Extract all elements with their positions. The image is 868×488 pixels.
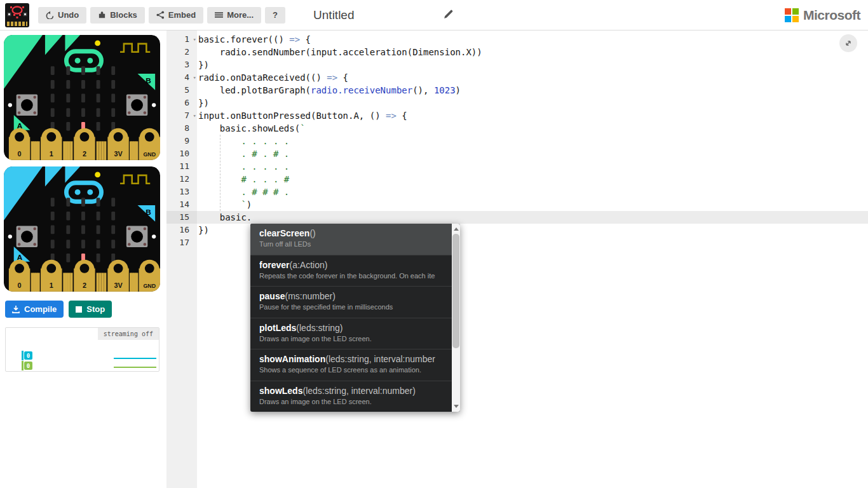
led-0-2	[81, 198, 85, 207]
led-3-3	[97, 108, 100, 117]
stream-series-1: 0	[22, 361, 32, 370]
led-2-2	[81, 226, 85, 234]
streaming-status-badge[interactable]: streaming off	[98, 328, 159, 340]
code-line-13[interactable]: 13 . # # # .	[166, 186, 868, 198]
code-text[interactable]: `)	[197, 198, 252, 211]
autocomplete-item-clearScreen[interactable]: clearScreen()Turn off all LEDs	[250, 224, 452, 255]
pin-1[interactable]: 1	[41, 260, 62, 292]
scroll-down-icon[interactable]	[454, 405, 459, 408]
code-line-6[interactable]: 6})	[166, 97, 868, 109]
undo-icon	[46, 11, 54, 19]
pin-3V[interactable]: 3V	[107, 260, 128, 292]
code-text[interactable]: . . . . .	[197, 135, 289, 147]
code-text[interactable]: led.plotBarGraph(radio.receiveNumber(), …	[197, 84, 461, 97]
line-number: 14	[166, 198, 197, 211]
code-text[interactable]: })	[197, 224, 209, 236]
pin-2[interactable]: 2	[74, 260, 95, 292]
svg-text:2: 2	[83, 150, 86, 158]
pin-3V[interactable]: 3V	[107, 128, 128, 160]
pin-1[interactable]: 1	[41, 128, 62, 160]
code-text[interactable]: radio.sendNumber(input.acceleration(Dime…	[197, 46, 482, 58]
line-number: 10	[166, 147, 197, 160]
code-text[interactable]: input.onButtonPressed(Button.A, () => {	[197, 109, 407, 122]
pin-GND[interactable]: GND	[139, 128, 160, 160]
code-line-1[interactable]: 1▾basic.forever(() => {	[166, 33, 868, 46]
svg-text:B: B	[146, 76, 151, 85]
fold-icon[interactable]: ▾	[193, 33, 196, 46]
led-2-4	[111, 94, 115, 103]
line-number: 15	[166, 211, 197, 224]
led-0-4	[111, 66, 115, 75]
autocomplete-scrollbar[interactable]	[452, 224, 460, 412]
code-line-3[interactable]: 3})	[166, 58, 868, 71]
code-line-11[interactable]: 11 . . . . .	[166, 160, 868, 173]
led-3-2	[81, 240, 85, 248]
led-0-4	[111, 198, 115, 207]
code-text[interactable]	[197, 236, 198, 249]
stream-series-0: 0	[22, 351, 32, 360]
led-2-0	[51, 226, 55, 234]
code-line-7[interactable]: 7▾input.onButtonPressed(Button.A, () => …	[166, 109, 868, 122]
line-number: 4▾	[166, 71, 197, 84]
code-text[interactable]: basic.showLeds(`	[197, 122, 306, 135]
line-number: 7▾	[166, 109, 197, 122]
undo-button[interactable]: Undo	[38, 7, 86, 24]
led-0-2	[81, 66, 85, 75]
more-button[interactable]: More...	[207, 7, 261, 24]
code-text[interactable]: })	[197, 58, 209, 71]
code-text[interactable]: })	[197, 97, 209, 109]
line-number: 12	[166, 173, 197, 186]
line-number: 11	[166, 160, 197, 173]
line-number: 17	[166, 236, 197, 249]
code-line-4[interactable]: 4▾radio.onDataReceived(() => {	[166, 71, 868, 84]
help-button[interactable]: ?	[265, 7, 285, 24]
pin-2[interactable]: 2	[74, 128, 95, 160]
microbit-simulator-1[interactable]: AB0123VGND	[4, 35, 160, 160]
autocomplete-item-forever[interactable]: forever(a:Action)Repeats the code foreve…	[250, 255, 452, 287]
stop-button[interactable]: Stop	[69, 301, 112, 318]
code-line-9[interactable]: 9 . . . . .	[166, 135, 868, 147]
led-2-1	[66, 226, 70, 234]
blocks-button[interactable]: Blocks	[90, 7, 145, 24]
status-led	[95, 40, 100, 46]
pin-0[interactable]: 0	[9, 260, 30, 292]
microbit-logo[interactable]	[5, 3, 29, 27]
download-icon	[12, 306, 20, 313]
fold-icon[interactable]: ▾	[193, 109, 196, 122]
code-text[interactable]: basic.forever(() => {	[197, 33, 311, 46]
fold-icon[interactable]: ▾	[193, 71, 196, 84]
embed-button[interactable]: Embed	[149, 7, 203, 24]
code-line-15[interactable]: 15 basic.	[166, 211, 868, 224]
autocomplete-item-showAnimation[interactable]: showAnimation(leds:string, interval:numb…	[250, 349, 452, 381]
led-2-3	[97, 226, 100, 234]
autocomplete-item-showLeds[interactable]: showLeds(leds:string, interval:number)Dr…	[250, 381, 452, 412]
code-line-12[interactable]: 12 # . . . #	[166, 173, 868, 186]
autocomplete-item-pause[interactable]: pause(ms:number)Pause for the specified …	[250, 286, 452, 318]
code-text[interactable]: basic.	[197, 211, 252, 224]
pin-0[interactable]: 0	[9, 128, 30, 160]
autocomplete-item-plotLeds[interactable]: plotLeds(leds:string)Draws an image on t…	[250, 318, 452, 349]
svg-text:2: 2	[83, 281, 86, 289]
code-text[interactable]: radio.onDataReceived(() => {	[197, 71, 348, 84]
scrollbar-thumb[interactable]	[452, 234, 459, 348]
scroll-up-icon[interactable]	[454, 227, 459, 231]
pin-GND[interactable]: GND	[139, 260, 160, 292]
code-line-14[interactable]: 14 `)	[166, 198, 868, 211]
undo-label: Undo	[58, 10, 79, 20]
code-text[interactable]: . # . # .	[197, 147, 289, 160]
code-text[interactable]: . # # # .	[197, 186, 289, 198]
microbit-simulator-2[interactable]: AB0123VGND	[4, 166, 160, 292]
code-text[interactable]: # . . . #	[197, 173, 289, 186]
code-line-2[interactable]: 2 radio.sendNumber(input.acceleration(Di…	[166, 46, 868, 58]
led-4-3	[97, 122, 100, 131]
code-text[interactable]: . . . . .	[197, 160, 289, 173]
fullscreen-button[interactable]	[839, 34, 857, 52]
code-line-8[interactable]: 8 basic.showLeds(`	[166, 122, 868, 135]
compile-button[interactable]: Compile	[5, 301, 64, 318]
method-signature: plotLeds(leds:string)	[259, 323, 435, 333]
code-line-5[interactable]: 5 led.plotBarGraph(radio.receiveNumber()…	[166, 84, 868, 97]
led-4-1	[66, 122, 70, 131]
code-line-10[interactable]: 10 . # . # .	[166, 147, 868, 160]
led-2-2	[81, 94, 85, 103]
rename-pencil-icon[interactable]	[443, 9, 454, 22]
